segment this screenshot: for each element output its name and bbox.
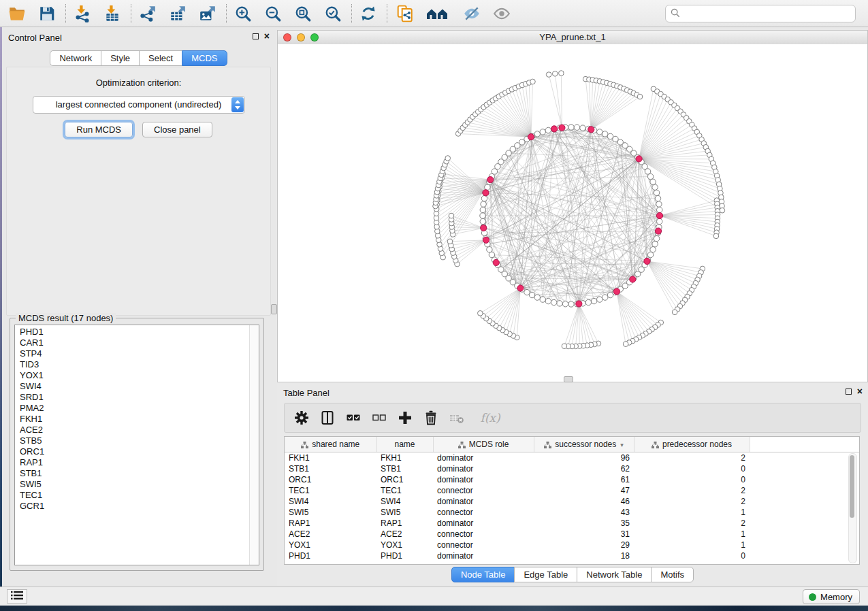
refresh-icon <box>359 5 377 22</box>
table-scrollbar-thumb[interactable] <box>850 455 854 518</box>
import-table-icon <box>103 5 121 22</box>
tab-motifs[interactable]: Motifs <box>651 567 694 582</box>
table-scrollbar[interactable] <box>848 453 857 563</box>
tab-edge-table[interactable]: Edge Table <box>514 567 577 582</box>
tab-node-table[interactable]: Node Table <box>451 567 515 582</box>
mcds-result-item[interactable]: STB1 <box>20 468 249 479</box>
select-all-button[interactable] <box>344 409 364 427</box>
delete-column-button[interactable] <box>422 409 441 427</box>
mcds-result-item[interactable]: SWI5 <box>20 479 249 490</box>
export-table-button[interactable] <box>166 2 191 25</box>
column-header-successor-nodes[interactable]: successor nodes▾ <box>534 437 634 452</box>
toolbar-separator <box>65 4 66 23</box>
window-zoom-button[interactable] <box>310 33 319 42</box>
zoom-out-button[interactable] <box>261 2 286 25</box>
tab-mcds[interactable]: MCDS <box>182 50 227 66</box>
table-row[interactable]: SWI5SWI5connector431 <box>285 507 859 518</box>
table-row[interactable]: SWI4SWI4dominator462 <box>285 496 859 507</box>
eye-slash-icon <box>463 5 481 22</box>
float-table-panel-button[interactable] <box>846 389 852 395</box>
table-row[interactable]: STB1STB1dominator620 <box>285 463 859 474</box>
table-row[interactable]: RAP1RAP1dominator352 <box>285 518 859 529</box>
column-header-predecessor-nodes[interactable]: predecessor nodes <box>634 437 750 452</box>
zoom-fit-button[interactable] <box>291 2 316 25</box>
mcds-result-item[interactable]: PHD1 <box>20 327 249 337</box>
table-row[interactable]: YOX1YOX1connector291 <box>285 540 859 550</box>
import-network-button[interactable] <box>71 2 95 25</box>
mcds-result-item[interactable]: STP4 <box>20 348 249 359</box>
mcds-result-item[interactable]: YOX1 <box>20 370 249 381</box>
table-row[interactable]: ORC1ORC1dominator610 <box>285 474 859 485</box>
mcds-result-item[interactable]: TID3 <box>20 359 249 370</box>
zoom-in-button[interactable] <box>231 2 256 25</box>
mcds-result-item[interactable]: ACE2 <box>20 425 249 435</box>
task-history-button[interactable] <box>7 589 27 604</box>
network-window-titlebar[interactable]: YPA_prune.txt_1 <box>278 31 867 45</box>
export-network-icon <box>139 5 157 22</box>
column-header-name[interactable]: name <box>376 437 433 452</box>
mcds-result-item[interactable]: CAR1 <box>20 337 249 348</box>
table-row[interactable]: TEC1TEC1connector472 <box>285 485 859 496</box>
delete-table-button[interactable] <box>448 409 467 427</box>
shared-column-icon <box>652 442 659 448</box>
vertical-splitter-handle[interactable] <box>271 304 277 314</box>
hide-selected-button[interactable] <box>460 2 485 25</box>
mcds-result-item[interactable]: SRD1 <box>20 392 249 403</box>
close-table-panel-button[interactable]: × <box>857 388 863 395</box>
tab-style[interactable]: Style <box>101 50 140 66</box>
network-canvas[interactable] <box>278 44 867 382</box>
memory-status-icon <box>809 593 816 601</box>
column-view-button[interactable] <box>319 409 338 427</box>
open-file-button[interactable] <box>5 2 30 25</box>
import-table-button[interactable] <box>101 2 125 25</box>
mcds-result-item[interactable]: SWI4 <box>20 381 249 392</box>
mcds-result-item[interactable]: RAP1 <box>20 457 249 468</box>
duplicate-network-button[interactable] <box>393 2 418 25</box>
optimization-criterion-label: Optimization criterion: <box>7 78 270 88</box>
export-network-button[interactable] <box>136 2 161 25</box>
memory-button[interactable]: Memory <box>803 589 860 604</box>
mcds-result-item[interactable]: PMA2 <box>20 403 249 414</box>
save-button[interactable] <box>35 2 60 25</box>
mcds-result-item[interactable]: STB5 <box>20 435 249 446</box>
table-row[interactable]: PHD1PHD1dominator180 <box>285 550 859 561</box>
mcds-tab-content: Optimization criterion: largest connecte… <box>6 67 271 316</box>
sort-descending-icon: ▾ <box>620 442 624 448</box>
mcds-result-item[interactable]: FKH1 <box>20 414 249 425</box>
mcds-result-item[interactable]: ORC1 <box>20 446 249 457</box>
export-image-icon <box>199 5 216 22</box>
table-panel: Table Panel × f(x) shared name na <box>277 382 868 587</box>
deselect-all-button[interactable] <box>370 409 389 427</box>
show-all-button[interactable] <box>490 2 515 25</box>
add-column-button[interactable] <box>396 409 415 427</box>
close-panel-button-mcds[interactable]: Close panel <box>142 122 212 137</box>
run-mcds-button[interactable]: Run MCDS <box>65 122 133 137</box>
zoom-selected-button[interactable] <box>321 2 346 25</box>
shared-column-icon <box>301 442 308 448</box>
table-settings-button[interactable] <box>293 409 312 427</box>
close-panel-button[interactable]: × <box>264 33 270 40</box>
mcds-result-item[interactable]: TEC1 <box>20 490 249 501</box>
tab-network-table[interactable]: Network Table <box>577 567 652 582</box>
tab-network[interactable]: Network <box>50 50 101 66</box>
search-input[interactable] <box>684 6 852 21</box>
function-builder-button[interactable]: f(x) <box>477 409 504 427</box>
column-header-mcds-role[interactable]: MCDS role <box>433 437 534 452</box>
table-row[interactable]: FKH1FKH1dominator962 <box>285 452 859 464</box>
refresh-button[interactable] <box>357 2 381 25</box>
float-panel-button[interactable] <box>253 33 259 39</box>
optimization-criterion-select[interactable]: largest connected component (undirected) <box>33 96 245 114</box>
table-row[interactable]: ACE2ACE2connector311 <box>285 529 859 540</box>
node-table[interactable]: shared name name MCDS role successor nod… <box>284 436 860 565</box>
tab-select[interactable]: Select <box>139 50 182 66</box>
mcds-result-item[interactable]: GCR1 <box>20 501 249 512</box>
column-header-shared-name[interactable]: shared name <box>285 437 376 452</box>
window-minimize-button[interactable] <box>297 33 305 42</box>
first-neighbors-button[interactable] <box>423 2 455 25</box>
toolbar-separator <box>131 4 131 23</box>
export-image-button[interactable] <box>196 2 221 25</box>
horizontal-splitter-handle[interactable] <box>564 376 573 382</box>
window-close-button[interactable] <box>283 33 291 42</box>
mcds-result-list[interactable]: PHD1CAR1STP4TID3YOX1SWI4SRD1PMA2FKH1ACE2… <box>15 327 249 565</box>
mcds-list-scrollbar[interactable] <box>249 325 259 565</box>
